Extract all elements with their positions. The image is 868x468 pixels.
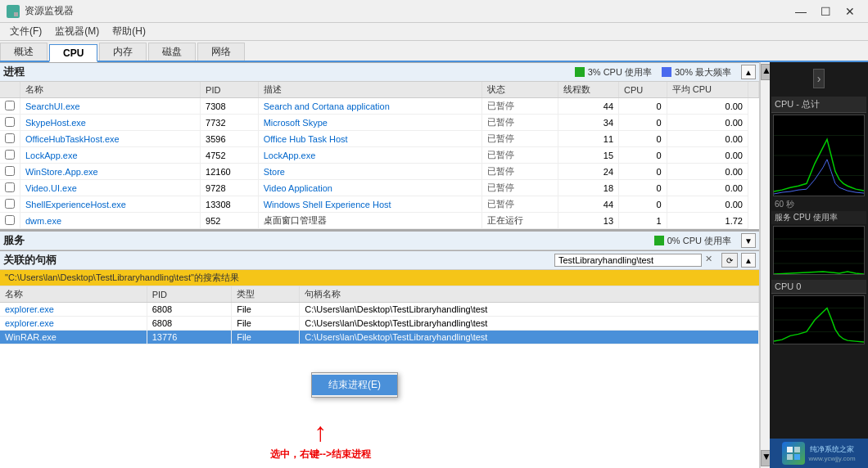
process-threads: 44: [558, 196, 618, 213]
right-panel-header: ›: [770, 62, 868, 95]
process-section-header[interactable]: 进程 3% CPU 使用率 30% 最大频率 ▲: [0, 62, 759, 82]
handle-search-area: ✕ ⟳ ▲: [554, 253, 756, 268]
cpu0-graph: [773, 295, 865, 344]
process-cpu: 0: [619, 180, 667, 196]
handle-search-clear-btn[interactable]: ✕: [705, 254, 718, 267]
table-row[interactable]: ShellExperienceHost.exe 13308 Windows Sh…: [0, 196, 759, 213]
handle-type: File: [232, 331, 300, 344]
handle-table-body: explorer.exe 6808 File C:\Users\lan\Desk…: [0, 303, 759, 344]
row-checkbox[interactable]: [5, 150, 15, 160]
context-menu-end-process[interactable]: 结束进程(E): [312, 375, 397, 395]
freq-color-indicator: [662, 67, 671, 77]
table-row[interactable]: OfficeHubTaskHost.exe 3596 Office Hub Ta…: [0, 131, 759, 147]
maximize-button[interactable]: ☐: [814, 2, 837, 20]
handle-search-input[interactable]: [554, 254, 702, 267]
col-cpu: CPU: [619, 82, 667, 98]
process-collapse-btn[interactable]: ▲: [741, 65, 756, 79]
main-scrollbar[interactable]: ▲ ▼: [760, 62, 770, 468]
right-panel-expand-btn[interactable]: ›: [813, 69, 825, 88]
row-checkbox[interactable]: [5, 101, 15, 110]
process-threads: 11: [558, 131, 618, 147]
row-checkbox-cell: [0, 180, 20, 196]
process-pid: 13308: [201, 196, 259, 213]
annotation-arrow-icon: ↑: [314, 417, 328, 448]
process-avg-cpu: 0.00: [667, 98, 748, 115]
table-row[interactable]: SkypeHost.exe 7732 Microsoft Skype 已暂停 3…: [0, 115, 759, 131]
svg-rect-1: [14, 7, 18, 11]
tab-bar: 概述 CPU 内存 磁盘 网络: [0, 41, 868, 62]
title-bar: 资源监视器 — ☐ ✕: [0, 0, 868, 23]
row-checkbox[interactable]: [5, 182, 15, 192]
process-table-body: SearchUI.exe 7308 Search and Cortana app…: [0, 98, 759, 229]
menu-file[interactable]: 文件(F): [3, 23, 48, 40]
handle-col-type: 类型: [232, 286, 300, 303]
handle-search-refresh-btn[interactable]: ⟳: [721, 253, 738, 268]
process-desc: Search and Cortana application: [258, 98, 482, 115]
process-name: dwm.exe: [20, 213, 201, 229]
process-threads: 34: [558, 115, 618, 131]
process-pid: 7732: [201, 115, 259, 131]
max-freq-stat: 30% 最大频率: [662, 66, 731, 79]
row-checkbox[interactable]: [5, 117, 15, 127]
col-scroll-space: [748, 82, 759, 98]
window-controls: — ☐ ✕: [789, 2, 861, 20]
tab-network[interactable]: 网络: [197, 43, 245, 61]
process-desc: Microsoft Skype: [258, 115, 482, 131]
row-checkbox[interactable]: [5, 166, 15, 176]
process-pid: 7308: [201, 98, 259, 115]
process-desc: Store: [258, 164, 482, 180]
handle-process-name: explorer.exe: [0, 317, 147, 331]
row-checkbox-cell: [0, 213, 20, 229]
table-row[interactable]: WinRAR.exe 13776 File C:\Users\lan\Deskt…: [0, 331, 759, 344]
table-row[interactable]: explorer.exe 6808 File C:\Users\lan\Desk…: [0, 317, 759, 331]
row-checkbox[interactable]: [5, 215, 15, 225]
process-section-title: 进程: [3, 65, 25, 79]
row-checkbox-cell: [0, 98, 20, 115]
row-checkbox-cell: [0, 164, 20, 180]
max-freq-text: 30% 最大频率: [675, 66, 731, 79]
table-row[interactable]: Video.UI.exe 9728 Video Application 已暂停 …: [0, 180, 759, 196]
graph-time-label: 60 秒: [771, 198, 866, 211]
cpu-color-indicator: [575, 67, 585, 77]
close-button[interactable]: ✕: [839, 2, 861, 20]
process-name: OfficeHubTaskHost.exe: [20, 131, 201, 147]
service-cpu-indicator: [654, 236, 664, 245]
annotation-text: 选中，右键-->结束进程: [270, 448, 371, 461]
svg-rect-3: [14, 12, 18, 16]
brand-text: 纯净系统之家 www.ycwjjy.com: [808, 444, 855, 462]
service-section-header[interactable]: 服务 0% CPU 使用率 ▼: [0, 231, 759, 250]
process-avg-cpu: 0.00: [667, 147, 748, 164]
row-checkbox[interactable]: [5, 199, 15, 209]
tab-cpu[interactable]: CPU: [49, 44, 97, 62]
cpu-usage-stat: 3% CPU 使用率: [575, 66, 652, 79]
tab-disk[interactable]: 磁盘: [148, 43, 196, 61]
menu-help[interactable]: 帮助(H): [106, 23, 152, 40]
cpu0-label: CPU 0: [771, 280, 866, 294]
row-checkbox[interactable]: [5, 133, 15, 143]
table-row[interactable]: SearchUI.exe 7308 Search and Cortana app…: [0, 98, 759, 115]
service-collapse-btn[interactable]: ▼: [741, 233, 756, 248]
service-cpu-graph: [773, 226, 865, 275]
table-row[interactable]: LockApp.exe 4752 LockApp.exe 已暂停 15 0 0.…: [0, 147, 759, 164]
app-title: 资源监视器: [25, 4, 74, 18]
main-layout: 进程 3% CPU 使用率 30% 最大频率 ▲: [0, 62, 868, 468]
process-table: 名称 PID 描述 状态 线程数 CPU 平均 CPU SearchUI.exe: [0, 82, 759, 229]
tab-memory[interactable]: 内存: [99, 43, 147, 61]
process-avg-cpu: 0.00: [667, 115, 748, 131]
process-desc: Video Application: [258, 180, 482, 196]
handle-type: File: [232, 317, 300, 331]
process-cpu: 0: [619, 147, 667, 164]
table-row[interactable]: explorer.exe 6808 File C:\Users\lan\Desk…: [0, 303, 759, 317]
minimize-button[interactable]: —: [789, 2, 812, 20]
table-row[interactable]: dwm.exe 952 桌面窗口管理器 正在运行 13 1 1.72: [0, 213, 759, 229]
search-result-bar: "C:\Users\lan\Desktop\TestLibraryhandlin…: [0, 270, 759, 286]
svg-rect-19: [794, 454, 800, 460]
process-cpu: 0: [619, 115, 667, 131]
process-cpu: 0: [619, 131, 667, 147]
handle-collapse-btn[interactable]: ▲: [741, 253, 756, 268]
tab-overview[interactable]: 概述: [0, 43, 47, 61]
service-stats: 0% CPU 使用率 ▼: [654, 233, 756, 248]
table-row[interactable]: WinStore.App.exe 12160 Store 已暂停 24 0 0.…: [0, 164, 759, 180]
menu-monitor[interactable]: 监视器(M): [48, 23, 106, 40]
handle-process-name: explorer.exe: [0, 303, 147, 317]
